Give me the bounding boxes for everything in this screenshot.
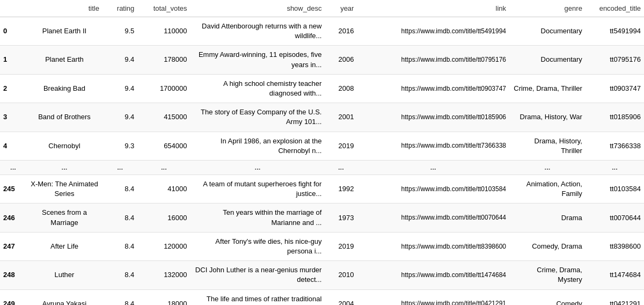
col-header-index xyxy=(0,0,26,17)
table-cell-year: 2019 xyxy=(325,132,357,160)
table-cell-index: 248 xyxy=(0,261,26,289)
table-cell-index: 4 xyxy=(0,132,26,160)
table-cell-year: 1992 xyxy=(325,175,357,204)
table-cell-index: 3 xyxy=(0,103,26,132)
col-header-title: title xyxy=(26,0,103,17)
table-cell-link: https://www.imdb.com/title/tt7366338 xyxy=(357,132,509,160)
table-cell-votes: 415000 xyxy=(137,103,190,132)
table-cell-votes: 110000 xyxy=(137,17,190,46)
data-table-container: title rating total_votes show_desc year … xyxy=(0,0,644,305)
table-row: 0Planet Earth II9.5110000David Attenboro… xyxy=(0,17,644,46)
table-cell-desc: Emmy Award-winning, 11 episodes, five ye… xyxy=(191,46,325,74)
col-header-total-votes: total_votes xyxy=(137,0,190,17)
table-cell-votes: 132000 xyxy=(137,261,190,289)
table-cell-ellipsis: ... xyxy=(586,160,644,175)
table-row: 246Scenes from a Marriage8.416000Ten yea… xyxy=(0,204,644,232)
table-cell-title: After Life xyxy=(26,232,103,260)
table-cell-encoded: tt0185906 xyxy=(586,103,644,132)
table-cell-year: 2016 xyxy=(325,17,357,46)
table-cell-index: 246 xyxy=(0,204,26,232)
table-cell-index: 1 xyxy=(0,46,26,74)
table-cell-desc: A high school chemistry teacher diagnose… xyxy=(191,74,325,103)
table-cell-desc: David Attenborough returns with a new wi… xyxy=(191,17,325,46)
col-header-encoded-title: encoded_title xyxy=(586,0,644,17)
table-row: 247After Life8.4120000After Tony's wife … xyxy=(0,232,644,260)
table-cell-link: https://www.imdb.com/title/tt0103584 xyxy=(357,175,509,204)
col-header-genre: genre xyxy=(509,0,586,17)
table-cell-votes: 16000 xyxy=(137,204,190,232)
table-cell-encoded: tt8398600 xyxy=(586,232,644,260)
table-row: 1Planet Earth9.4178000Emmy Award-winning… xyxy=(0,46,644,74)
table-cell-title: X-Men: The Animated Series xyxy=(26,175,103,204)
table-cell-encoded: tt0070644 xyxy=(586,204,644,232)
table-cell-encoded: tt0421291 xyxy=(586,289,644,305)
table-cell-desc: Ten years within the marriage of Mariann… xyxy=(191,204,325,232)
table-cell-rating: 8.4 xyxy=(103,261,137,289)
table-cell-link: https://www.imdb.com/title/tt0421291 xyxy=(357,289,509,305)
table-cell-title: Breaking Bad xyxy=(26,74,103,103)
table-cell-encoded: tt5491994 xyxy=(586,17,644,46)
table-cell-desc: DCI John Luther is a near-genius murder … xyxy=(191,261,325,289)
table-cell-title: Scenes from a Marriage xyxy=(26,204,103,232)
table-cell-ellipsis: ... xyxy=(357,160,509,175)
table-cell-year: 2001 xyxy=(325,103,357,132)
table-cell-ellipsis: ... xyxy=(137,160,190,175)
col-header-show-desc: show_desc xyxy=(191,0,325,17)
table-cell-genre: Drama, History, War xyxy=(509,103,586,132)
table-cell-rating: 9.4 xyxy=(103,74,137,103)
table-cell-encoded: tt0103584 xyxy=(586,175,644,204)
table-cell-title: Chernobyl xyxy=(26,132,103,160)
table-cell-rating: 8.4 xyxy=(103,289,137,305)
table-cell-rating: 9.4 xyxy=(103,46,137,74)
table-header-row: title rating total_votes show_desc year … xyxy=(0,0,644,17)
table-cell-encoded: tt0903747 xyxy=(586,74,644,103)
table-row: 3Band of Brothers9.4415000The story of E… xyxy=(0,103,644,132)
table-cell-rating: 9.5 xyxy=(103,17,137,46)
table-cell-desc: A team of mutant superheroes fight for j… xyxy=(191,175,325,204)
table-cell-encoded: tt0795176 xyxy=(586,46,644,74)
table-row: 4Chernobyl9.3654000In April 1986, an exp… xyxy=(0,132,644,160)
table-cell-ellipsis: ... xyxy=(103,160,137,175)
table-cell-title: Planet Earth II xyxy=(26,17,103,46)
table-cell-link: https://www.imdb.com/title/tt8398600 xyxy=(357,232,509,260)
table-cell-desc: In April 1986, an explosion at the Chern… xyxy=(191,132,325,160)
table-cell-year: 2004 xyxy=(325,289,357,305)
table-cell-year: 2010 xyxy=(325,261,357,289)
table-row: 245X-Men: The Animated Series8.441000A t… xyxy=(0,175,644,204)
table-cell-genre: Drama, History, Thriller xyxy=(509,132,586,160)
table-cell-votes: 120000 xyxy=(137,232,190,260)
table-cell-index: 247 xyxy=(0,232,26,260)
table-cell-link: https://www.imdb.com/title/tt5491994 xyxy=(357,17,509,46)
table-cell-ellipsis: ... xyxy=(0,160,26,175)
table-cell-rating: 8.4 xyxy=(103,204,137,232)
table-cell-votes: 18000 xyxy=(137,289,190,305)
table-cell-votes: 1700000 xyxy=(137,74,190,103)
table-cell-genre: Animation, Action, Family xyxy=(509,175,586,204)
table-cell-encoded: tt1474684 xyxy=(586,261,644,289)
data-table: title rating total_votes show_desc year … xyxy=(0,0,644,305)
table-cell-ellipsis: ... xyxy=(26,160,103,175)
table-cell-title: Luther xyxy=(26,261,103,289)
table-cell-genre: Drama xyxy=(509,204,586,232)
col-header-rating: rating xyxy=(103,0,137,17)
table-cell-desc: The story of Easy Company of the U.S. Ar… xyxy=(191,103,325,132)
table-cell-genre: Documentary xyxy=(509,46,586,74)
table-cell-desc: After Tony's wife dies, his nice-guy per… xyxy=(191,232,325,260)
table-cell-ellipsis: ... xyxy=(191,160,325,175)
table-row: ........................... xyxy=(0,160,644,175)
table-cell-link: https://www.imdb.com/title/tt0795176 xyxy=(357,46,509,74)
table-cell-rating: 9.4 xyxy=(103,103,137,132)
table-cell-title: Planet Earth xyxy=(26,46,103,74)
table-cell-index: 0 xyxy=(0,17,26,46)
table-cell-rating: 8.4 xyxy=(103,175,137,204)
table-row: 2Breaking Bad9.41700000A high school che… xyxy=(0,74,644,103)
table-cell-link: https://www.imdb.com/title/tt1474684 xyxy=(357,261,509,289)
table-cell-desc: The life and times of rather traditional… xyxy=(191,289,325,305)
col-header-year: year xyxy=(325,0,357,17)
table-cell-link: https://www.imdb.com/title/tt0070644 xyxy=(357,204,509,232)
table-cell-index: 249 xyxy=(0,289,26,305)
table-cell-link: https://www.imdb.com/title/tt0185906 xyxy=(357,103,509,132)
table-cell-genre: Documentary xyxy=(509,17,586,46)
table-cell-title: Avrupa Yakasi xyxy=(26,289,103,305)
table-cell-year: 2008 xyxy=(325,74,357,103)
